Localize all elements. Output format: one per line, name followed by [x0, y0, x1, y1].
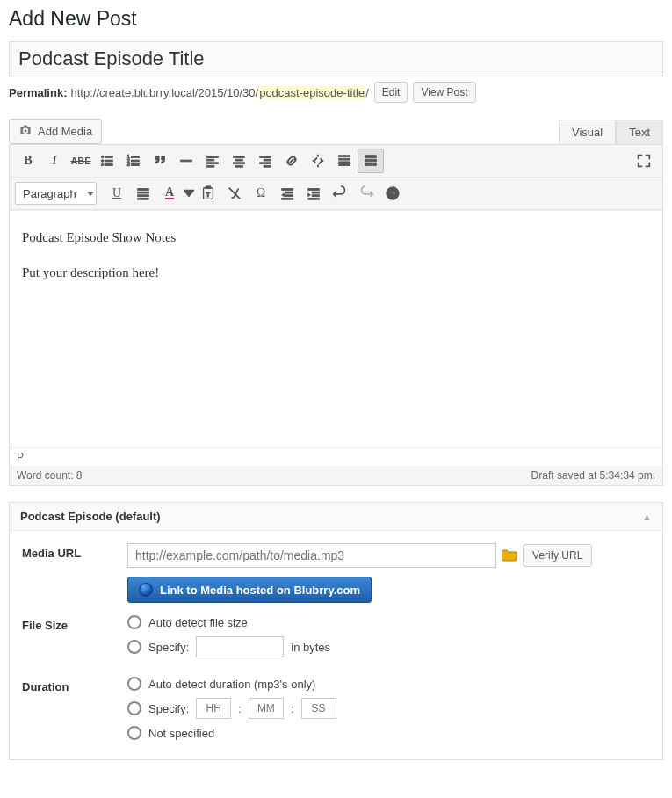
svg-rect-33 [365, 163, 370, 166]
fullscreen-button[interactable] [631, 149, 657, 173]
svg-rect-9 [131, 160, 139, 162]
outdent-button[interactable] [274, 181, 300, 206]
special-char-button[interactable]: Ω [248, 181, 274, 206]
align-left-button[interactable] [199, 149, 226, 173]
dur-hh-input[interactable] [196, 698, 231, 719]
editor-content[interactable]: Podcast Episode Show Notes Put your desc… [10, 210, 662, 447]
svg-rect-31 [370, 159, 372, 162]
svg-text:?: ? [390, 189, 395, 199]
blubrry-link-button[interactable]: Link to Media hosted on Blubrry.com [127, 577, 372, 603]
verify-url-button[interactable]: Verify URL [523, 544, 592, 567]
svg-rect-23 [260, 163, 271, 164]
dur-ss-input[interactable] [301, 698, 336, 719]
strikethrough-button[interactable]: ABE [68, 149, 94, 173]
tab-visual[interactable]: Visual [559, 120, 616, 144]
svg-rect-32 [373, 159, 377, 162]
draft-saved: Draft saved at 5:34:34 pm. [531, 469, 655, 482]
svg-rect-27 [339, 162, 350, 163]
italic-button[interactable]: I [41, 149, 68, 173]
blockquote-button[interactable] [147, 149, 173, 173]
post-title-input[interactable] [9, 41, 663, 76]
svg-rect-37 [138, 192, 149, 193]
redo-button[interactable] [353, 181, 379, 206]
indent-button[interactable] [300, 181, 327, 206]
clear-formatting-button[interactable] [221, 181, 248, 206]
svg-rect-22 [264, 159, 271, 161]
collapse-icon: ▲ [642, 511, 652, 522]
edit-permalink-button[interactable]: Edit [374, 82, 408, 103]
align-right-button[interactable] [252, 149, 278, 173]
fs-auto-radio[interactable] [127, 615, 141, 629]
hr-button[interactable] [173, 149, 199, 173]
dur-specify-radio[interactable] [127, 701, 141, 715]
dur-auto-radio[interactable] [127, 677, 141, 691]
word-count: Word count: 8 [17, 469, 82, 482]
svg-rect-45 [285, 195, 293, 197]
svg-rect-48 [312, 192, 319, 193]
svg-rect-36 [138, 189, 149, 191]
content-line-1: Podcast Episode Show Notes [22, 227, 650, 248]
fs-specify-radio[interactable] [127, 640, 141, 654]
content-line-2: Put your description here! [22, 262, 650, 283]
fs-specify-input[interactable] [196, 636, 284, 657]
toolbar-row-2: Paragraph U A T Ω ? [10, 178, 662, 210]
text-color-button[interactable]: A [156, 181, 183, 206]
media-url-input[interactable] [127, 543, 496, 568]
svg-rect-34 [370, 163, 372, 166]
add-media-button[interactable]: Add Media [9, 119, 102, 144]
underline-button[interactable]: U [104, 181, 130, 206]
svg-rect-50 [308, 198, 320, 200]
editor-tabs: Visual Text [559, 120, 663, 144]
help-button[interactable]: ? [379, 181, 406, 206]
read-more-button[interactable] [331, 149, 358, 173]
svg-rect-21 [260, 156, 271, 158]
permalink-label: Permalink: [9, 86, 67, 99]
align-justify-button[interactable] [130, 181, 156, 206]
svg-rect-47 [308, 189, 320, 191]
svg-rect-30 [365, 159, 370, 162]
unlink-button[interactable] [305, 149, 331, 173]
svg-rect-43 [282, 189, 293, 191]
dur-notspec-radio[interactable] [127, 726, 141, 740]
permalink-trailing: / [365, 86, 369, 99]
svg-rect-49 [312, 195, 319, 197]
paste-text-button[interactable]: T [195, 181, 221, 206]
svg-text:3: 3 [127, 162, 130, 167]
element-path: P [10, 447, 662, 466]
svg-rect-7 [131, 156, 139, 158]
svg-rect-25 [339, 156, 350, 157]
podcast-metabox: Podcast Episode (default) ▲ Media URL Ve… [9, 502, 663, 760]
align-center-button[interactable] [226, 149, 252, 173]
dur-specify-label: Specify: [148, 702, 189, 715]
numbered-list-button[interactable]: 123 [120, 149, 147, 173]
permalink-row: Permalink: http://create.blubrry.local/2… [9, 82, 663, 103]
duration-label: Duration [22, 677, 127, 693]
format-select[interactable]: Paragraph [15, 182, 97, 205]
browse-icon[interactable] [502, 548, 517, 564]
svg-rect-17 [234, 156, 245, 158]
link-button[interactable] [278, 149, 305, 173]
tab-text[interactable]: Text [616, 120, 663, 144]
view-post-button[interactable]: View Post [413, 82, 475, 103]
dur-mm-input[interactable] [249, 698, 284, 719]
fs-specify-label: Specify: [148, 641, 189, 654]
svg-rect-1 [105, 156, 112, 158]
toolbar-toggle-button[interactable] [358, 149, 384, 173]
svg-rect-39 [138, 198, 149, 200]
dur-notspec-label: Not specified [148, 727, 214, 740]
svg-rect-14 [207, 159, 214, 161]
text-color-dropdown[interactable] [183, 181, 195, 206]
svg-point-4 [101, 163, 104, 166]
dur-auto-label: Auto detect duration (mp3's only) [148, 678, 315, 691]
undo-button[interactable] [327, 181, 353, 206]
svg-rect-15 [207, 163, 219, 164]
svg-rect-26 [339, 158, 350, 160]
bullet-list-button[interactable] [94, 149, 120, 173]
svg-rect-28 [339, 164, 350, 166]
svg-point-2 [101, 160, 104, 163]
bold-button[interactable]: B [15, 149, 41, 173]
editor-footer: Word count: 8 Draft saved at 5:34:34 pm. [10, 466, 662, 485]
podcast-metabox-title: Podcast Episode (default) [20, 510, 161, 523]
svg-rect-11 [131, 164, 139, 166]
podcast-metabox-header[interactable]: Podcast Episode (default) ▲ [10, 503, 662, 531]
